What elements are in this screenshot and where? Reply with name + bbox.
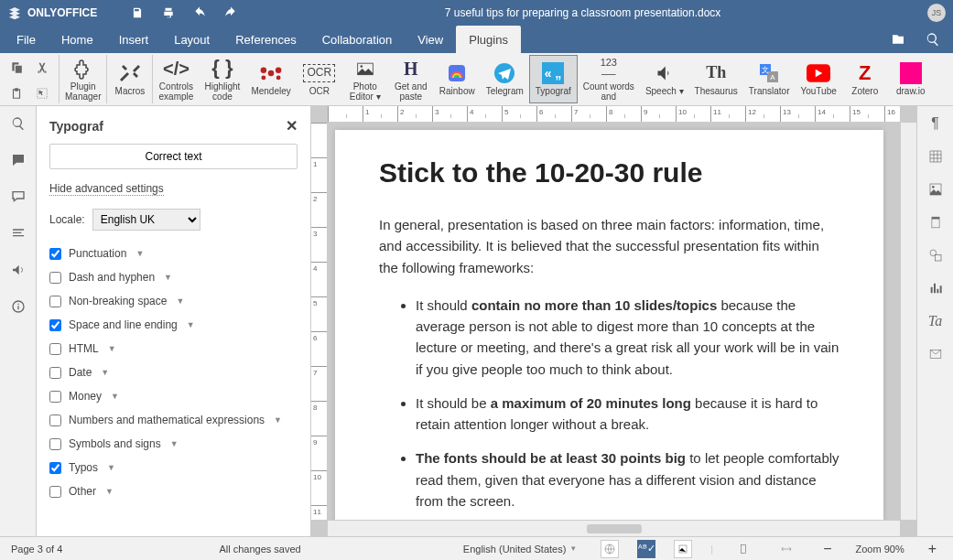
option-checkbox[interactable] <box>49 319 61 331</box>
copy-icon[interactable] <box>4 55 29 81</box>
fit-page-icon[interactable] <box>731 541 755 557</box>
menu-file[interactable]: File <box>4 26 49 53</box>
option-checkbox[interactable] <box>49 462 61 474</box>
vertical-scrollbar[interactable] <box>900 123 916 520</box>
chevron-down-icon[interactable]: ▼ <box>176 296 184 306</box>
advanced-settings-link[interactable]: Hide advanced settings <box>49 182 164 196</box>
navigation-icon[interactable] <box>10 225 27 242</box>
chevron-down-icon[interactable]: ▼ <box>101 368 109 377</box>
plugin-get-and-paste[interactable]: HGet and paste <box>388 55 434 103</box>
option-html[interactable]: HTML▼ <box>49 337 298 361</box>
plugin-youtube[interactable]: YouTube <box>795 55 841 103</box>
document-scroll[interactable]: Stick to the 10-20-30 rule In general, p… <box>328 123 900 520</box>
paragraph-settings-icon[interactable]: ¶ <box>927 115 944 132</box>
plugin-mendeley[interactable]: Mendeley <box>245 55 296 103</box>
option-other[interactable]: Other▼ <box>49 479 298 503</box>
open-location-icon[interactable] <box>891 32 905 47</box>
plugin-thesaurus[interactable]: ThThesaurus <box>689 55 743 103</box>
track-changes-icon[interactable] <box>674 540 692 558</box>
user-avatar[interactable]: JS <box>927 4 946 22</box>
document-page[interactable]: Stick to the 10-20-30 rule In general, p… <box>335 130 883 520</box>
plugin-controls-example[interactable]: </>Controls example <box>153 55 199 103</box>
plugin-highlight-code[interactable]: { }Highlight code <box>199 55 245 103</box>
menu-view[interactable]: View <box>405 26 456 53</box>
option-checkbox[interactable] <box>49 367 61 379</box>
fit-width-icon[interactable] <box>774 542 799 556</box>
language-status[interactable]: English (United States)▼ <box>458 542 582 556</box>
chat-icon[interactable] <box>10 188 27 205</box>
undo-icon[interactable] <box>192 5 207 20</box>
page-status[interactable]: Page 3 of 4 <box>11 544 62 555</box>
zoom-in-button[interactable]: + <box>923 539 942 559</box>
option-non-breaking-space[interactable]: Non-breaking space▼ <box>49 289 298 313</box>
option-checkbox[interactable] <box>49 272 61 284</box>
find-icon[interactable] <box>10 115 27 132</box>
save-icon[interactable] <box>130 5 145 20</box>
mail-merge-icon[interactable] <box>927 346 944 362</box>
option-checkbox[interactable] <box>49 248 61 260</box>
search-icon[interactable] <box>926 32 940 47</box>
option-checkbox[interactable] <box>49 391 61 403</box>
menu-references[interactable]: References <box>222 26 309 53</box>
plugin-telegram[interactable]: Telegram <box>481 55 529 103</box>
shape-settings-icon[interactable] <box>927 247 944 264</box>
plugin-macros[interactable]: Macros <box>107 55 153 103</box>
chevron-down-icon[interactable]: ▼ <box>135 249 144 258</box>
plugin-plugin-manager[interactable]: Plugin Manager <box>60 55 107 103</box>
horizontal-ruler[interactable]: 1234567891011121314151617 <box>328 106 900 123</box>
plugin-zotero[interactable]: ZZotero <box>842 55 888 103</box>
horizontal-scrollbar[interactable] <box>328 520 900 536</box>
chevron-down-icon[interactable]: ▼ <box>274 415 282 425</box>
header-footer-icon[interactable] <box>927 214 944 231</box>
option-numbers-and-mathematical-expressions[interactable]: Numbers and mathematical expressions▼ <box>49 408 298 432</box>
chart-settings-icon[interactable] <box>927 280 944 296</box>
redo-icon[interactable] <box>223 5 238 20</box>
option-checkbox[interactable] <box>49 296 61 307</box>
select-icon[interactable] <box>29 81 55 106</box>
plugin-typograf[interactable]: « „Typograf <box>529 55 578 103</box>
zoom-status[interactable]: Zoom 90% <box>855 544 904 555</box>
cut-icon[interactable] <box>29 55 55 81</box>
plugin-translator[interactable]: 文ATranslator <box>743 55 796 103</box>
chevron-down-icon[interactable]: ▼ <box>164 273 172 282</box>
option-symbols-and-signs[interactable]: Symbols and signs▼ <box>49 432 298 456</box>
plugin-photo-editor-[interactable]: Photo Editor ▾ <box>342 55 388 103</box>
print-icon[interactable] <box>161 5 176 20</box>
menu-plugins[interactable]: Plugins <box>456 26 521 53</box>
option-punctuation[interactable]: Punctuation▼ <box>49 242 298 265</box>
menu-insert[interactable]: Insert <box>106 26 162 53</box>
chevron-down-icon[interactable]: ▼ <box>107 463 115 472</box>
plugin-ocr[interactable]: OCROCR <box>297 55 342 103</box>
option-checkbox[interactable] <box>49 438 61 450</box>
option-dash-and-hyphen[interactable]: Dash and hyphen▼ <box>49 265 298 289</box>
chevron-down-icon[interactable]: ▼ <box>108 344 116 353</box>
chevron-down-icon[interactable]: ▼ <box>187 320 195 329</box>
chevron-down-icon[interactable]: ▼ <box>170 439 179 448</box>
plugin-rainbow[interactable]: Rainbow <box>434 55 481 103</box>
about-icon[interactable] <box>10 298 27 315</box>
menu-layout[interactable]: Layout <box>161 26 222 53</box>
vertical-ruler[interactable]: 123456789101112 <box>311 123 328 520</box>
chevron-down-icon[interactable]: ▼ <box>105 487 114 496</box>
menu-collaboration[interactable]: Collaboration <box>309 26 406 53</box>
option-checkbox[interactable] <box>49 486 61 498</box>
chevron-down-icon[interactable]: ▼ <box>111 392 119 401</box>
spellcheck-icon[interactable]: ᴬᴮ✓ <box>637 540 655 558</box>
correct-text-button[interactable]: Correct text <box>49 144 298 169</box>
option-checkbox[interactable] <box>49 343 61 355</box>
option-checkbox[interactable] <box>49 415 61 426</box>
plugin-count-words-and[interactable]: 123──Count words and <box>578 55 640 103</box>
option-typos[interactable]: Typos▼ <box>49 456 298 479</box>
option-space-and-line-ending[interactable]: Space and line ending▼ <box>49 313 298 337</box>
menu-home[interactable]: Home <box>49 26 106 53</box>
textart-settings-icon[interactable]: Ta <box>927 313 944 329</box>
paste-icon[interactable] <box>4 81 29 106</box>
plugin-speech-[interactable]: Speech ▾ <box>640 55 689 103</box>
table-settings-icon[interactable] <box>927 148 944 165</box>
image-settings-icon[interactable] <box>927 181 944 198</box>
spellcheck-lang-icon[interactable] <box>601 540 619 558</box>
comments-icon[interactable] <box>10 152 27 168</box>
option-date[interactable]: Date▼ <box>49 361 298 384</box>
plugin-draw-io[interactable]: draw.io <box>888 55 934 103</box>
option-money[interactable]: Money▼ <box>49 384 298 408</box>
